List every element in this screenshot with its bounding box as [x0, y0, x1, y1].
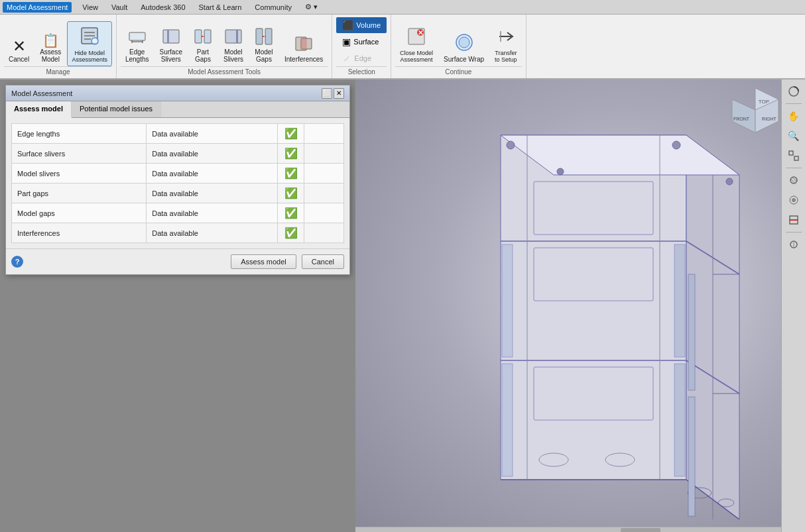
surface-icon: ▣	[342, 36, 351, 47]
svg-rect-18	[265, 28, 272, 44]
tools-buttons: EdgeLengths SurfaceSlivers	[121, 17, 328, 66]
rotate-tool-button[interactable]	[784, 82, 803, 101]
view-cube[interactable]: TOP FRONT RIGHT	[725, 85, 778, 138]
toolbar-divider-2	[786, 168, 802, 168]
transfer-to-setup-button[interactable]: Transferto Setup	[490, 21, 522, 66]
close-model-label: Close ModelAssessment	[400, 50, 433, 63]
menu-tab-community[interactable]: Community	[252, 2, 294, 13]
row-status-surface-slivers: Data available	[147, 144, 278, 164]
viewport-3d[interactable]: TOP FRONT RIGHT ✋ 🔍	[355, 80, 805, 532]
assess-model-button[interactable]: 📋 AssessModel	[35, 21, 66, 66]
dialog-maximize-button[interactable]: ⬜	[322, 88, 332, 99]
hide-model-assessments-button[interactable]: ... Hide ModelAssessments	[67, 21, 112, 66]
volume-select-button[interactable]: ⬛ Volume	[336, 17, 387, 33]
row-status-model-slivers: Data available	[147, 164, 278, 184]
dialog-footer: ? Assess model Cancel	[6, 248, 349, 274]
svg-rect-67	[794, 156, 798, 160]
horizontal-scrollbar[interactable]	[355, 527, 781, 532]
svg-point-47	[507, 141, 515, 149]
menu-tab-settings[interactable]: ⚙ ▾	[302, 1, 320, 13]
dialog-close-button[interactable]: ✕	[334, 88, 344, 99]
svg-rect-13	[204, 30, 211, 43]
row-action-model-gaps	[304, 203, 344, 223]
surface-select-button[interactable]: ▣ Surface	[336, 34, 387, 50]
orbit-button[interactable]	[784, 171, 803, 189]
tab-potential-issues[interactable]: Potential model issues	[72, 101, 161, 117]
menu-tab-start-learn[interactable]: Start & Learn	[196, 2, 245, 13]
ribbon-section-selection: ⬛ Volume ▣ Surface ⟋ Edge Selection	[332, 15, 391, 78]
check-icon: ✅	[284, 187, 298, 199]
cancel-label: Cancel	[9, 56, 29, 63]
assess-model-icon: 📋	[42, 34, 59, 47]
hide-model-icon: ...	[79, 25, 100, 48]
svg-point-49	[557, 168, 564, 175]
edge-select-button[interactable]: ⟋ Edge	[336, 50, 387, 66]
toolbar-divider-3	[786, 232, 802, 233]
appearance-button[interactable]	[784, 235, 803, 254]
surface-wrap-button[interactable]: Surface Wrap	[439, 21, 489, 66]
svg-rect-56	[674, 364, 685, 476]
model-assessment-dialog: Model Assessment ⬜ ✕ Assess model Potent…	[5, 85, 350, 275]
dialog-title-buttons: ⬜ ✕	[322, 88, 344, 99]
selection-buttons: ⬛ Volume ▣ Surface ⟋ Edge	[336, 17, 387, 66]
close-model-assessment-button[interactable]: ✕ Close ModelAssessment	[395, 21, 438, 66]
help-section: ?	[11, 256, 23, 268]
row-check-part-gaps: ✅	[278, 184, 304, 203]
tools-section-title: Model Assessment Tools	[121, 66, 328, 76]
cancel-button[interactable]: ✕ Cancel	[4, 21, 34, 66]
svg-rect-55	[502, 364, 513, 476]
cancel-button-footer[interactable]: Cancel	[302, 254, 344, 269]
assess-table: Edge lengths Data available ✅ Surface sl…	[11, 123, 344, 243]
section-button[interactable]	[784, 211, 803, 229]
model-slivers-button[interactable]: ModelSlivers	[219, 21, 248, 66]
menu-tab-view[interactable]: View	[80, 2, 101, 13]
check-icon: ✅	[284, 207, 298, 219]
svg-rect-16	[236, 30, 238, 43]
model-gaps-button[interactable]: ModelGaps	[249, 21, 279, 66]
part-gaps-button[interactable]: PartGaps	[188, 21, 217, 66]
help-button[interactable]: ?	[11, 256, 23, 268]
row-check-model-gaps: ✅	[278, 203, 304, 223]
edge-lengths-label: EdgeLengths	[125, 48, 149, 63]
3d-model-svg	[395, 95, 766, 519]
svg-rect-53	[502, 244, 513, 357]
svg-text:TOP: TOP	[759, 99, 769, 105]
svg-rect-66	[789, 151, 793, 155]
check-icon: ✅	[284, 148, 298, 159]
look-at-button[interactable]	[784, 191, 803, 209]
svg-rect-2	[84, 35, 95, 36]
surface-slivers-button[interactable]: SurfaceSlivers	[155, 21, 187, 66]
interferences-button[interactable]: Interferences	[280, 21, 328, 66]
scrollbar-thumb[interactable]	[621, 528, 660, 532]
assess-model-button-footer[interactable]: Assess model	[231, 254, 296, 269]
manage-section-title: Manage	[4, 66, 112, 76]
ribbon: ✕ Cancel 📋 AssessModel	[0, 15, 805, 80]
volume-icon: ⬛	[342, 20, 353, 30]
row-action-part-gaps	[304, 184, 344, 203]
volume-label: Volume	[356, 21, 381, 29]
table-row: Edge lengths Data available ✅	[12, 124, 344, 144]
menu-tab-model-assessment[interactable]: Model Assessment	[3, 2, 72, 13]
zoom-tool-button[interactable]: 🔍	[784, 127, 803, 145]
pan-tool-button[interactable]: ✋	[784, 107, 803, 125]
menu-tab-autodesk360[interactable]: Autodesk 360	[138, 2, 188, 13]
surface-slivers-icon	[162, 27, 180, 47]
table-row: Model slivers Data available ✅	[12, 164, 344, 184]
svg-text:RIGHT: RIGHT	[762, 117, 777, 121]
row-status-edge-lengths: Data available	[147, 124, 278, 144]
svg-rect-57	[688, 274, 695, 390]
row-check-model-slivers: ✅	[278, 164, 304, 184]
edge-icon: ⟋	[342, 53, 351, 64]
tab-assess-model[interactable]: Assess model	[6, 101, 72, 118]
edge-lengths-button[interactable]: EdgeLengths	[121, 21, 154, 66]
row-status-interferences: Data available	[147, 223, 278, 243]
svg-rect-10	[163, 30, 179, 43]
selection-group: ⬛ Volume ▣ Surface ⟋ Edge	[336, 17, 387, 66]
surface-wrap-label: Surface Wrap	[444, 56, 484, 63]
row-label-model-slivers: Model slivers	[12, 164, 147, 184]
row-label-edge-lengths: Edge lengths	[12, 124, 147, 144]
selection-section-title: Selection	[336, 66, 387, 76]
zoom-fit-button[interactable]	[784, 146, 803, 165]
menu-tab-vault[interactable]: Vault	[109, 2, 130, 13]
dialog-title: Model Assessment	[11, 89, 72, 97]
